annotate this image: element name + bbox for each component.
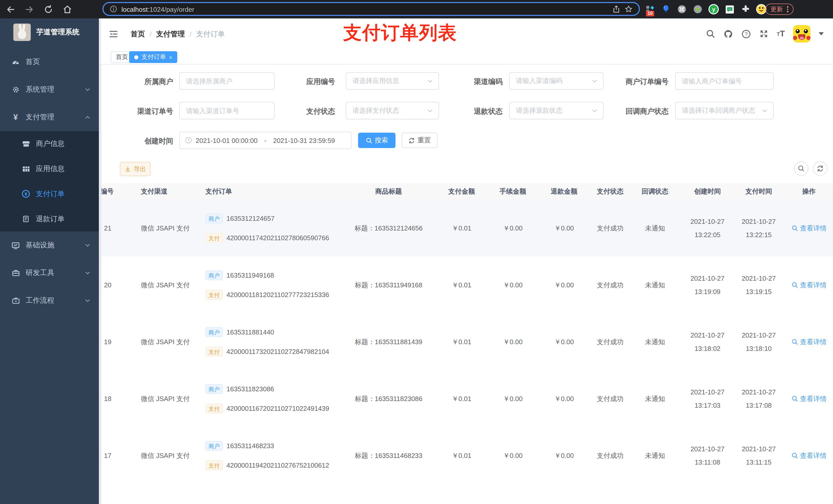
view-detail-link[interactable]: 查看详情 xyxy=(791,223,827,233)
view-detail-link[interactable]: 查看详情 xyxy=(791,394,827,403)
browser-update-button[interactable]: 更新 xyxy=(765,4,793,15)
browser-menu-icon[interactable] xyxy=(787,6,788,12)
cell-create-time: 2021-10-2713:18:02 xyxy=(682,331,733,352)
cell-id: 21 xyxy=(101,224,129,232)
column-header-支付状态: 支付状态 xyxy=(592,187,628,196)
cell-order-no: 商户1635311881440支付42000011732021102728479… xyxy=(195,327,344,357)
sidebar-item-基础设施[interactable]: 基础设施 xyxy=(0,232,101,259)
sidebar-item-退款订单[interactable]: 退款订单 xyxy=(0,207,101,232)
cell-amount: ￥0.01 xyxy=(433,223,490,233)
export-button[interactable]: 导出 xyxy=(120,162,151,176)
url-bar[interactable]: localhost:1024/pay/order xyxy=(102,2,640,16)
cell-fee: ￥0.00 xyxy=(490,337,536,346)
create-time-range-picker[interactable]: 2021-10-01 00:00:00 - 2021-10-31 23:59:5… xyxy=(179,131,352,149)
github-icon[interactable] xyxy=(723,29,733,39)
sidebar-item-研发工具[interactable]: 研发工具 xyxy=(0,259,101,287)
pay-circle-icon: ¥ xyxy=(22,190,30,198)
date-start: 2021-10-01 00:00:00 xyxy=(196,137,257,144)
view-detail-link[interactable]: 查看详情 xyxy=(791,337,827,346)
merchant-tag: 商户 xyxy=(206,441,223,451)
font-size-icon[interactable]: TT xyxy=(777,29,785,39)
view-detail-link[interactable]: 查看详情 xyxy=(791,451,827,460)
column-header-支付订单: 支付订单 xyxy=(195,187,344,196)
cell-notify-status: 未通知 xyxy=(628,451,682,460)
sidebar-item-支付管理[interactable]: ¥支付管理 xyxy=(0,103,101,131)
sidebar-item-商户信息[interactable]: 商户信息 xyxy=(0,131,101,156)
cell-notify-status: 未通知 xyxy=(628,223,682,233)
refresh-table-button[interactable] xyxy=(813,161,827,176)
cell-title: 标题：1635311949168 xyxy=(344,281,433,290)
filter-input-field-所属商户[interactable] xyxy=(180,73,274,89)
cell-channel: 微信 JSAPI 支付 xyxy=(129,451,195,460)
cell-title: 标题：1635311468233 xyxy=(344,451,433,460)
extensions-puzzle-icon[interactable] xyxy=(740,4,751,15)
pay-tag: 支付 xyxy=(206,290,223,299)
active-tab-dot xyxy=(134,55,138,59)
tab-pay-order[interactable]: 支付订单 × xyxy=(129,51,177,63)
chat-extension-icon[interactable] xyxy=(724,4,735,15)
sidebar-item-工作流程[interactable]: 工作流程 xyxy=(0,287,101,314)
column-header-支付时间: 支付时间 xyxy=(733,187,784,196)
filter-input-所属商户[interactable] xyxy=(179,72,275,90)
breadcrumb-home[interactable]: 首页 xyxy=(130,30,145,39)
command-extension-icon[interactable] xyxy=(676,4,688,15)
browser-toolbar: localhost:1024/pay/order 10 y 更新 xyxy=(0,0,833,19)
sidebar-scrollbar[interactable] xyxy=(99,19,101,504)
workflow-extension-icon[interactable]: 10 xyxy=(644,4,656,15)
filter-select-支付状态[interactable]: 请选择支付状态 xyxy=(346,102,439,119)
cell-pay-time: 2021-10-2713:18:10 xyxy=(733,331,784,352)
y-extension-icon[interactable]: y xyxy=(708,4,719,15)
record-extension-icon[interactable] xyxy=(692,4,704,15)
sidebar-item-支付订单[interactable]: ¥支付订单 xyxy=(0,181,101,207)
fullscreen-icon[interactable] xyxy=(759,29,768,39)
balloon-extension-icon[interactable] xyxy=(660,4,672,15)
cell-amount: ￥0.01 xyxy=(433,394,490,403)
filter-select-应用编号[interactable]: 请选择应用信息 xyxy=(346,72,439,90)
filter-label-渠道编码: 渠道编码 xyxy=(441,72,503,91)
sidebar-item-应用信息[interactable]: 应用信息 xyxy=(0,156,101,181)
sidebar-item-首页[interactable]: 首页 xyxy=(0,48,101,76)
chevron-up-icon xyxy=(85,114,91,120)
sidebar-item-系统管理[interactable]: 系统管理 xyxy=(0,76,101,103)
svg-text:?: ? xyxy=(745,31,748,37)
filter-input-field-渠道订单号[interactable] xyxy=(180,102,274,119)
pay-tag: 支付 xyxy=(206,404,223,413)
search-button[interactable]: 搜索 xyxy=(358,133,396,148)
grid-icon xyxy=(22,165,30,173)
shop-icon xyxy=(22,140,30,148)
view-detail-link[interactable]: 查看详情 xyxy=(791,281,827,290)
topbar-actions: ? TT xyxy=(706,19,824,49)
forward-icon[interactable] xyxy=(24,4,34,14)
search-icon[interactable] xyxy=(706,29,715,39)
app-logo[interactable]: 芋道管理系统 xyxy=(0,19,101,46)
collapse-menu-icon[interactable] xyxy=(109,29,118,39)
cell-notify-status: 未通知 xyxy=(628,337,682,346)
close-tab-icon[interactable]: × xyxy=(169,54,172,60)
column-header-操作: 操作 xyxy=(784,187,833,196)
screen: localhost:1024/pay/order 10 y 更新 芋 xyxy=(0,0,833,504)
filter-select-渠道编码[interactable]: 请输入渠道编码 xyxy=(509,72,603,90)
back-icon[interactable] xyxy=(5,4,15,14)
filter-label-商户订单编号: 商户订单编号 xyxy=(607,72,669,91)
logo-rabbit-image xyxy=(13,24,31,41)
filter-input-渠道订单号[interactable] xyxy=(179,102,275,119)
cell-create-time: 2021-10-2713:19:09 xyxy=(682,274,733,295)
reset-button[interactable]: 重置 xyxy=(402,133,437,148)
breadcrumb-pay-manage[interactable]: 支付管理 xyxy=(156,30,185,39)
home-icon[interactable] xyxy=(62,4,72,14)
help-icon[interactable]: ? xyxy=(741,29,751,39)
filter-select-回调商户状态[interactable]: 请选择订单回调商户状态 xyxy=(675,102,774,119)
filter-select-退款状态[interactable]: 请选择退款状态 xyxy=(509,102,603,119)
site-info-icon[interactable] xyxy=(110,5,117,13)
avatar-dropdown-icon[interactable] xyxy=(819,32,824,35)
filter-create-time-label: 创建时间 xyxy=(112,131,173,150)
share-icon[interactable] xyxy=(612,5,620,13)
reload-icon[interactable] xyxy=(43,4,53,14)
cell-fee: ￥0.00 xyxy=(490,394,536,403)
user-avatar[interactable] xyxy=(793,25,810,43)
filter-input-商户订单编号[interactable] xyxy=(675,72,774,90)
filter-input-field-商户订单编号[interactable] xyxy=(676,73,773,89)
bookmark-star-icon[interactable] xyxy=(624,5,633,13)
toggle-search-button[interactable] xyxy=(794,161,808,176)
cell-action: 查看详情 xyxy=(784,337,833,346)
